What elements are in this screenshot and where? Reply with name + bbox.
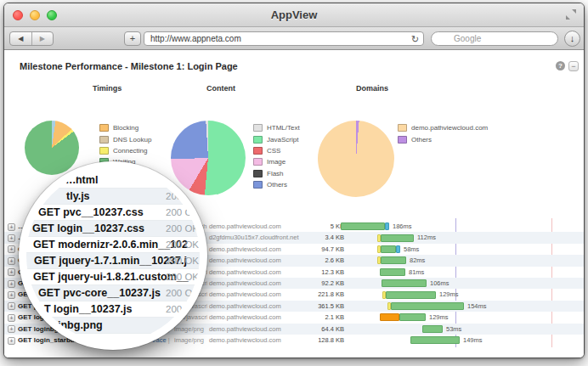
legend-swatch-icon — [99, 136, 109, 144]
waterfall-bar-blue — [396, 245, 400, 253]
legend-item: demo.pathviewcloud.com — [398, 122, 488, 133]
magnified-status-code: 200 OK — [166, 223, 199, 234]
legend-item: Blocking — [99, 122, 151, 133]
magnified-status-code: 200 O — [166, 207, 192, 217]
request-time-label: 149ms — [463, 335, 483, 346]
expand-row-button[interactable]: + — [8, 291, 15, 299]
waterfall-bar-green — [381, 234, 414, 242]
response-size: 5 KB — [296, 221, 344, 232]
response-size: 221.8 KB — [296, 289, 344, 300]
expand-row-button[interactable]: + — [8, 302, 15, 310]
downloads-button[interactable]: ↓ — [564, 31, 580, 47]
request-domain: demo.pathviewcloud.com — [209, 278, 281, 289]
magnified-request-name: GET modernizr-2.0.6.min__102 — [33, 239, 188, 251]
pie-chart-domains — [318, 121, 394, 197]
request-time-label: 154ms — [467, 301, 487, 312]
legend-swatch-icon — [253, 170, 263, 177]
nav-button-group: ◀ ▶ — [9, 31, 54, 46]
magnified-table-row: GET pvc-core__10237.js200 O — [26, 285, 200, 301]
legend-item: DNS Lookup — [99, 133, 151, 144]
expand-row-button[interactable]: + — [8, 337, 15, 345]
magnified-table-row: T login__10237.js200 — [26, 301, 200, 318]
content-type: image/png — [174, 335, 207, 346]
waterfall-bar-orange — [380, 313, 399, 321]
request-time-label: 186ms — [393, 221, 412, 232]
magnified-request-name: GET login__10237.css — [32, 222, 144, 234]
new-tab-button[interactable]: + — [124, 31, 141, 46]
waterfall-cell: 129ms — [338, 312, 585, 323]
magnified-request-name: inbg.png — [58, 319, 103, 331]
collapse-panel-button[interactable]: − — [568, 61, 579, 71]
request-domain: demo.pathviewcloud.com — [209, 301, 281, 312]
response-size: 94.7 KB — [296, 244, 344, 255]
legend-swatch-icon — [99, 147, 109, 155]
forward-button[interactable]: ▶ — [31, 32, 54, 45]
section-title-content: Content — [206, 84, 235, 93]
magnified-status-code: 200 O — [166, 288, 192, 298]
legend-item: Flash — [253, 168, 300, 179]
legend-swatch-icon — [253, 136, 263, 144]
waterfall-cell: 112ms — [338, 232, 585, 243]
legend-item: CSS — [253, 145, 300, 156]
response-size: 2.6 KB — [296, 255, 344, 266]
request-time-label: 58ms — [404, 244, 419, 255]
legend-item: JavaScript — [253, 133, 300, 144]
magnified-table-row: GET login__10237.css200 OK — [26, 221, 200, 237]
legend-item: Connecting — [99, 145, 151, 156]
waterfall-bar-green — [381, 245, 396, 253]
request-time-label: 106ms — [430, 278, 449, 289]
expand-row-button[interactable]: + — [8, 245, 15, 253]
address-bar[interactable]: http://www.appneta.com — [144, 31, 424, 46]
waterfall-cell: 58ms — [338, 244, 585, 255]
waterfall-bar-green — [386, 291, 436, 299]
legend-swatch-icon — [253, 181, 263, 189]
magnifier-bubble: ….htmltly.js200GET pvc__10237.css200 OGE… — [19, 161, 207, 350]
waterfall-bar-blue — [385, 222, 389, 230]
help-icon[interactable]: ? — [556, 61, 565, 70]
content-type: image/png — [174, 324, 207, 335]
legend-label: HTML/Text — [267, 124, 300, 132]
pie-chart-content — [171, 121, 246, 195]
legend-label: Others — [267, 181, 287, 189]
waterfall-cell: 82ms — [338, 255, 585, 266]
waterfall-cell: 186ms — [338, 221, 585, 232]
expand-row-button[interactable]: + — [8, 280, 15, 288]
expand-row-button[interactable]: + — [8, 268, 15, 276]
legend-content: HTML/TextJavaScriptCSSImageFlashOthers — [253, 122, 300, 190]
back-button[interactable]: ◀ — [10, 32, 31, 45]
expand-row-button[interactable]: + — [8, 223, 15, 231]
legend-domains: demo.pathviewcloud.comOthers — [398, 122, 488, 145]
request-domain: demo.pathviewcloud.com — [209, 289, 281, 300]
waterfall-cell: 154ms — [338, 301, 585, 312]
waterfall-cell: 106ms — [338, 278, 585, 289]
request-domain: demo.pathviewcloud.com — [209, 267, 281, 278]
pie-chart-timings — [25, 121, 79, 175]
expand-row-button[interactable]: + — [8, 325, 15, 333]
magnified-status-code: 200 OK — [166, 272, 199, 282]
expand-row-button[interactable]: + — [8, 257, 15, 265]
reload-icon[interactable]: ↻ — [411, 34, 419, 45]
magnified-table-row: GET pvc__10237.css200 O — [26, 205, 200, 221]
magnified-request-name: T login__10237.js — [44, 303, 133, 315]
legend-label: CSS — [267, 147, 280, 155]
expand-row-button[interactable]: + — [8, 234, 15, 242]
request-domain: demo.pathviewcloud.com — [209, 324, 281, 335]
fullscreen-icon[interactable] — [565, 8, 577, 20]
page-content: Milestone Performance - Milestone 1: Log… — [4, 50, 584, 358]
magnified-table-row: tly.js200 — [26, 189, 200, 205]
legend-label: Blocking — [113, 124, 139, 132]
waterfall-cell: 129ms — [338, 289, 585, 300]
legend-swatch-icon — [398, 124, 407, 132]
section-title-domains: Domains — [356, 84, 388, 93]
page-title: Milestone Performance - Milestone 1: Log… — [20, 61, 238, 71]
waterfall-bar-green — [380, 268, 405, 276]
search-input[interactable]: Google — [431, 31, 558, 46]
legend-item: Others — [253, 179, 300, 190]
waterfall-bar-green — [422, 325, 443, 333]
request-time-label: 81ms — [409, 267, 424, 278]
browser-window: AppView ◀ ▶ + http://www.appneta.com ↻ G… — [3, 3, 585, 358]
legend-label: DNS Lookup — [113, 136, 151, 144]
legend-swatch-icon — [253, 124, 263, 132]
expand-row-button[interactable]: + — [8, 314, 15, 322]
legend-swatch-icon — [398, 136, 407, 144]
